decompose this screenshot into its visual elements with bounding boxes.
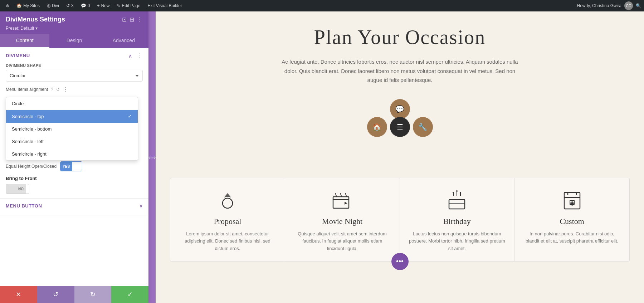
exit-visual-builder-button[interactable]: Exit Visual Builder [145,0,185,11]
plus-icon: + [97,3,99,8]
svg-point-7 [456,190,458,192]
section-options-icon[interactable]: ⋮ [137,52,143,59]
tab-content[interactable]: Content [0,34,49,48]
panel-title-icons: ⊡ ⊞ ⋮ [122,16,143,23]
edit-page-button[interactable]: ✎ Edit Page [114,0,143,11]
tab-advanced[interactable]: Advanced [99,34,148,48]
svg-point-6 [453,192,454,193]
menu-left-button[interactable]: 🏠 [367,117,387,137]
user-greeting: Howdy, Christina Gwira [577,3,621,8]
alignment-field-row: Menu Items alignment ? ↺ ⋮ [6,86,143,93]
card-movie-text: Quisque aliquet velit sit amet sem inter… [294,230,391,253]
menu-wrapper: 💬 🏠 ☰ 🔧 [364,99,436,163]
card-birthday-text: Luctus lectus non quisque turpis bibendu… [409,230,506,253]
card-movie: Movie Night Quisque aliquet velit sit am… [285,178,400,261]
card-proposal: Proposal Lorem ipsum dolor sit amet, con… [170,178,285,261]
tools-icon: 🔧 [418,123,427,131]
dropdown-item-semicircle-right[interactable]: Semicircle - right [6,148,138,160]
help-icon[interactable]: ? [51,87,53,92]
cards-grid: Proposal Lorem ipsum dolor sit amet, con… [170,178,630,262]
grid-icon[interactable]: ⊞ [130,16,134,23]
toggle-no-label: NO [16,184,26,194]
shape-field: DiviMenu Shape Circular Circle Semicircl… [6,63,143,86]
svg-rect-1 [333,197,349,208]
wp-logo-button[interactable]: ⊕ [3,0,12,11]
home-menu-icon: 🏠 [372,123,381,131]
menu-demo: 💬 🏠 ☰ 🔧 [170,99,630,163]
card-proposal-title: Proposal [214,217,241,226]
hamburger-icon: ☰ [397,123,403,131]
collapse-icon[interactable]: ∧ [128,53,132,59]
section-header: DiviMenu ∧ ⋮ [6,52,143,59]
panel-header: DiviMenus Settings ⊡ ⊞ ⋮ Preset: Default [0,11,148,34]
user-avatar: CG [624,1,633,10]
section-title: DiviMenu [6,53,30,58]
card-birthday: Birthday Luctus lectus non quisque turpi… [400,178,515,261]
more-icon[interactable]: ⋮ [63,86,68,93]
admin-bar: ⊕ 🏠 My Sites ◎ Divi ↺ 3 💬 0 + New ✎ Edit… [0,0,644,11]
redo-button[interactable]: ↻ [74,286,112,303]
divi-icon: ◎ [47,3,50,8]
dropdown-item-circle[interactable]: Circle [6,97,138,110]
menu-button-section: Menu Button ∨ [0,199,148,215]
page-intro: Ac feugiat ante. Donec ultricies loborti… [278,57,522,85]
bring-front-toggle[interactable]: NO [6,184,29,194]
svg-point-0 [223,198,233,208]
cancel-button[interactable]: ✕ [0,286,37,303]
menu-right-button[interactable]: 🔧 [413,117,433,137]
selected-check-icon: ✓ [128,113,132,119]
menu-top-button[interactable]: 💬 [390,99,410,119]
redo-icon: ↻ [90,290,96,298]
my-sites-button[interactable]: 🏠 My Sites [14,0,43,11]
window-icon[interactable]: ⊡ [122,16,127,23]
edit-icon: ✎ [117,3,120,8]
dropdown-item-semicircle-top[interactable]: Semicircle - top ✓ [6,110,138,123]
card-movie-icon [332,190,353,211]
shape-select[interactable]: Circular Circle Semicircle - top Semicir… [6,70,143,82]
card-custom-text: In non pulvinar purus. Curabitur nisi od… [523,230,621,245]
new-button[interactable]: + New [94,0,112,11]
bring-front-label: Bring to Front [6,176,143,181]
wp-logo-icon: ⊕ [6,3,9,8]
admin-bar-right: Howdy, Christina Gwira CG 🔍 [577,1,641,10]
main-layout: DiviMenus Settings ⊡ ⊞ ⋮ Preset: Default… [0,11,644,303]
equal-height-row: Equal Height Open/Closed YES [6,161,143,171]
chat-icon: 💬 [395,105,404,113]
save-check-icon: ✓ [127,290,133,298]
comments-button[interactable]: 💬 0 [78,0,93,11]
undo-icon: ↺ [53,290,58,298]
dropdown-item-semicircle-bottom[interactable]: Semicircle - bottom [6,123,138,135]
main-content: Plan Your Occasion Ac feugiat ante. Done… [156,11,644,303]
resize-handle[interactable]: ⟺ [148,11,156,303]
card-custom-title: Custom [560,217,584,226]
dots-icon: ••• [396,257,404,265]
panel-title: DiviMenus Settings [6,16,65,23]
dropdown-item-semicircle-left[interactable]: Semicircle - left [6,135,138,148]
save-button[interactable]: ✓ [111,286,148,303]
tabs-row: Content Design Advanced [0,34,148,48]
card-custom-icon [562,190,582,211]
bottom-toolbar: ✕ ↺ ↻ ✓ [0,286,148,303]
divimenu-section: DiviMenu ∧ ⋮ DiviMenu Shape Circular Cir… [0,48,148,199]
reset-icon[interactable]: ↺ [56,87,60,92]
preset-selector[interactable]: Preset: Default [6,26,38,31]
alignment-label: Menu Items alignment [6,87,48,92]
page-title: Plan Your Occasion [170,26,630,49]
comment-icon: 💬 [81,3,86,8]
divi-button[interactable]: ◎ Divi [44,0,62,11]
more-options-icon[interactable]: ⋮ [137,16,143,23]
equal-height-toggle[interactable]: YES [60,161,82,171]
cancel-icon: ✕ [16,290,21,298]
svg-rect-2 [449,200,465,209]
updates-button[interactable]: ↺ 3 [63,0,77,11]
toggle-handle [72,162,82,171]
alignment-dropdown: Circle Semicircle - top ✓ Semicircle - b… [6,97,138,161]
search-icon[interactable]: 🔍 [636,3,641,8]
floating-menu-button[interactable]: ••• [391,253,409,270]
refresh-icon: ↺ [66,3,70,8]
menu-main-button[interactable]: ☰ [390,117,410,137]
menu-button-collapse-icon[interactable]: ∨ [139,203,143,209]
bring-front-section: Bring to Front NO [6,176,143,194]
tab-design[interactable]: Design [49,34,99,48]
undo-button[interactable]: ↺ [37,286,74,303]
